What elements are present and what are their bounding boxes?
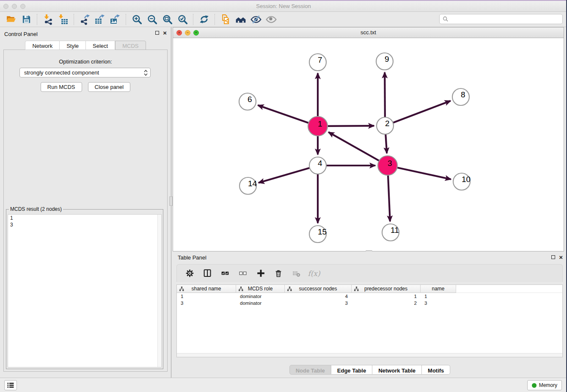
svg-text:11: 11 xyxy=(391,226,399,235)
cell-name[interactable]: 1 xyxy=(421,293,456,300)
tab-style[interactable]: Style xyxy=(60,41,86,50)
network-window-titlebar[interactable]: × − + scc.txt xyxy=(173,28,564,38)
cell-mcds-role[interactable]: dominator xyxy=(236,293,285,300)
node-2[interactable]: 2 xyxy=(377,117,394,134)
add-column-button[interactable] xyxy=(255,268,267,279)
export-network-button[interactable] xyxy=(77,13,92,26)
export-image-button[interactable] xyxy=(107,13,123,26)
zoom-selected-icon xyxy=(177,14,188,25)
svg-text:14: 14 xyxy=(248,179,257,188)
tab-edge-table[interactable]: Edge Table xyxy=(331,365,372,375)
show-all-button[interactable] xyxy=(264,13,279,26)
divider-grip[interactable] xyxy=(169,196,173,206)
table-hscrollbar[interactable] xyxy=(177,353,562,357)
close-panel-icon[interactable]: × xyxy=(163,31,167,35)
cell-successor-nodes[interactable]: 4 xyxy=(285,293,352,300)
tab-mcds[interactable]: MCDS xyxy=(115,41,146,50)
import-network-button[interactable] xyxy=(40,13,55,26)
cell-successor-nodes[interactable]: 3 xyxy=(285,300,352,306)
tab-network-table[interactable]: Network Table xyxy=(372,365,422,375)
zoom-fit-icon xyxy=(162,14,173,25)
node-3[interactable]: 3 xyxy=(378,156,397,175)
svg-text:4: 4 xyxy=(318,159,322,168)
network-graph[interactable]: 7968124314101511 xyxy=(173,38,564,251)
node-8[interactable]: 8 xyxy=(452,88,469,105)
node-9[interactable]: 9 xyxy=(376,53,393,70)
edge-4-14[interactable] xyxy=(259,166,318,183)
table-settings-button[interactable] xyxy=(184,268,195,279)
plus-icon xyxy=(256,269,265,278)
deselect-all-rows-button[interactable] xyxy=(237,268,249,279)
column-header-predecessor-nodes[interactable]: predecessor nodes xyxy=(352,285,421,293)
checked-boxes-icon xyxy=(221,269,229,278)
apply-layout-button[interactable] xyxy=(196,13,212,26)
tab-node-table[interactable]: Node Table xyxy=(289,365,331,375)
eye-icon xyxy=(266,14,277,25)
zoom-out-button[interactable] xyxy=(144,13,160,26)
node-7[interactable]: 7 xyxy=(309,54,326,71)
close-panel-button[interactable]: Close panel xyxy=(88,82,131,92)
table-row[interactable]: 1dominator411 xyxy=(177,293,562,300)
float-table-panel-icon[interactable] xyxy=(551,255,555,259)
new-network-from-selection-icon xyxy=(220,14,231,25)
node-10[interactable]: 10 xyxy=(453,173,471,190)
cell-shared-name[interactable]: 1 xyxy=(177,293,236,300)
zoom-fit-button[interactable] xyxy=(160,13,175,26)
cell-name[interactable]: 3 xyxy=(421,300,456,306)
cell-predecessor-nodes[interactable]: 2 xyxy=(352,300,421,306)
node-1[interactable]: 1 xyxy=(308,116,328,136)
criterion-dropdown-value: strongly connected component xyxy=(24,69,144,76)
houses-icon xyxy=(235,14,246,25)
hide-selected-button[interactable] xyxy=(248,13,264,26)
tab-select[interactable]: Select xyxy=(86,41,115,50)
eye-slash-icon xyxy=(250,14,261,25)
memory-button[interactable]: Memory xyxy=(527,380,562,390)
optimization-criterion-label: Optimization criterion: xyxy=(4,58,167,65)
run-mcds-button[interactable]: Run MCDS xyxy=(41,82,82,92)
select-all-rows-button[interactable] xyxy=(219,268,231,279)
mcds-result-area[interactable]: 13 xyxy=(8,214,162,367)
zoom-out-icon xyxy=(147,14,157,25)
import-table-button[interactable] xyxy=(55,13,71,26)
node-6[interactable]: 6 xyxy=(239,93,256,110)
task-history-button[interactable] xyxy=(4,380,17,390)
cell-predecessor-nodes[interactable]: 1 xyxy=(352,293,421,300)
column-header-name[interactable]: name xyxy=(421,285,456,293)
svg-text:2: 2 xyxy=(385,119,390,128)
columns-icon xyxy=(203,269,212,278)
control-panel-tabs: NetworkStyleSelectMCDS xyxy=(0,41,171,50)
node-14[interactable]: 14 xyxy=(239,177,257,194)
criterion-dropdown[interactable]: strongly connected component xyxy=(19,68,151,77)
delete-column-button[interactable] xyxy=(272,268,284,279)
node-11[interactable]: 11 xyxy=(382,224,399,241)
dropdown-spinner-icon xyxy=(144,69,148,76)
svg-text:8: 8 xyxy=(461,90,465,99)
control-panel: Control Panel × NetworkStyleSelectMCDS O… xyxy=(0,27,171,378)
first-neighbors-button[interactable] xyxy=(233,13,248,26)
save-session-button[interactable] xyxy=(19,13,34,26)
new-network-from-selection-button[interactable] xyxy=(218,13,233,26)
open-folder-icon xyxy=(6,14,17,25)
open-file-button[interactable] xyxy=(3,13,19,26)
zoom-in-button[interactable] xyxy=(129,13,144,26)
zoom-selected-button[interactable] xyxy=(175,13,190,26)
tab-motifs[interactable]: Motifs xyxy=(422,365,450,375)
export-table-button[interactable] xyxy=(92,13,107,26)
show-columns-button[interactable] xyxy=(201,268,213,279)
network-window-title: scc.txt xyxy=(173,29,564,36)
column-header-shared-name[interactable]: shared name xyxy=(177,285,236,293)
search-input[interactable] xyxy=(451,15,562,23)
cell-shared-name[interactable]: 3 xyxy=(177,300,236,306)
cell-mcds-role[interactable]: dominator xyxy=(236,300,285,306)
fx-icon: f(x) xyxy=(308,269,320,278)
close-table-panel-icon[interactable]: × xyxy=(559,255,563,259)
table-row[interactable]: 3dominator323 xyxy=(177,300,562,306)
result-scrollbar[interactable] xyxy=(157,215,161,367)
column-header-mcds-role[interactable]: MCDS role xyxy=(236,285,285,293)
column-header-successor-nodes[interactable]: successor nodes xyxy=(285,285,352,293)
node-4[interactable]: 4 xyxy=(309,157,326,174)
float-panel-icon[interactable] xyxy=(155,31,159,35)
tab-network[interactable]: Network xyxy=(25,41,60,50)
edge-2-8[interactable] xyxy=(385,101,451,126)
node-15[interactable]: 15 xyxy=(309,226,327,243)
